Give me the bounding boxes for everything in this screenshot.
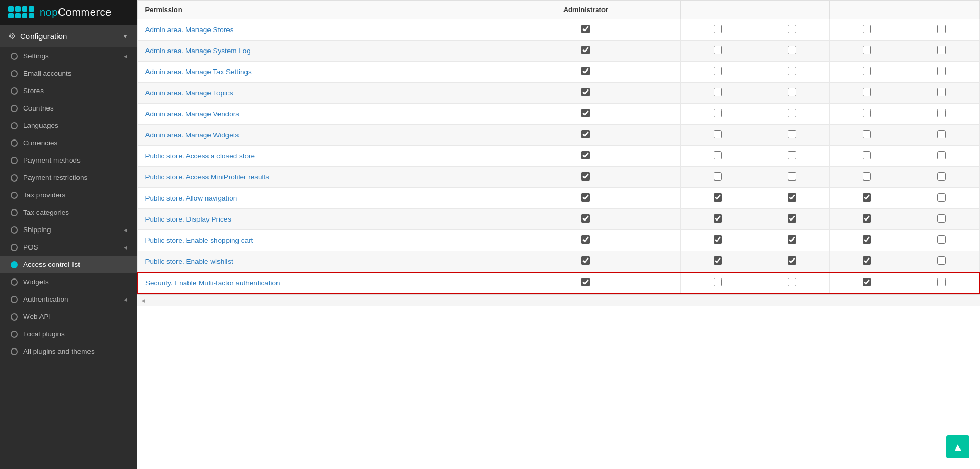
sidebar-item-tax-categories[interactable]: Tax categories xyxy=(0,204,137,221)
permission-cell-2[interactable] xyxy=(755,209,830,230)
permission-checkbox[interactable] xyxy=(863,130,871,138)
sidebar-item-payment-methods[interactable]: Payment methods xyxy=(0,152,137,169)
permission-checkbox[interactable] xyxy=(937,214,946,223)
permission-cell-4[interactable] xyxy=(904,83,979,104)
permission-cell-3[interactable] xyxy=(829,41,904,62)
permission-checkbox[interactable] xyxy=(863,25,871,33)
permission-cell-3[interactable] xyxy=(829,251,904,273)
sidebar-item-currencies[interactable]: Currencies xyxy=(0,134,137,152)
permission-checkbox[interactable] xyxy=(863,256,871,265)
sidebar-item-payment-restrictions[interactable]: Payment restrictions xyxy=(0,169,137,186)
permission-cell-0[interactable] xyxy=(491,230,680,251)
permission-cell-2[interactable] xyxy=(755,125,830,146)
permission-checkbox[interactable] xyxy=(863,193,871,202)
permission-checkbox[interactable] xyxy=(581,235,590,244)
permission-cell-4[interactable] xyxy=(904,146,979,167)
permission-cell-4[interactable] xyxy=(904,230,979,251)
sidebar-item-all-plugins-and-themes[interactable]: All plugins and themes xyxy=(0,343,137,360)
permission-cell-3[interactable] xyxy=(829,62,904,83)
sidebar-item-email-accounts[interactable]: Email accounts xyxy=(0,65,137,82)
permission-checkbox[interactable] xyxy=(937,172,946,181)
permission-checkbox[interactable] xyxy=(581,151,590,159)
permission-checkbox[interactable] xyxy=(788,130,796,138)
permission-cell-1[interactable] xyxy=(680,146,755,167)
permission-cell-3[interactable] xyxy=(829,146,904,167)
permission-checkbox[interactable] xyxy=(581,109,590,117)
permission-checkbox[interactable] xyxy=(581,278,590,286)
permission-checkbox[interactable] xyxy=(714,46,722,54)
permission-cell-2[interactable] xyxy=(755,272,830,294)
permission-cell-4[interactable] xyxy=(904,19,979,41)
permission-checkbox[interactable] xyxy=(937,67,946,75)
permission-checkbox[interactable] xyxy=(788,193,796,202)
permission-cell-4[interactable] xyxy=(904,188,979,209)
permission-checkbox[interactable] xyxy=(714,172,722,181)
permission-cell-3[interactable] xyxy=(829,188,904,209)
permission-cell-3[interactable] xyxy=(829,104,904,125)
permission-cell-0[interactable] xyxy=(491,83,680,104)
permission-checkbox[interactable] xyxy=(863,88,871,96)
permission-cell-4[interactable] xyxy=(904,125,979,146)
permission-cell-4[interactable] xyxy=(904,272,979,294)
permission-cell-1[interactable] xyxy=(680,188,755,209)
permission-checkbox[interactable] xyxy=(788,278,796,286)
permission-cell-0[interactable] xyxy=(491,41,680,62)
permission-cell-1[interactable] xyxy=(680,83,755,104)
permission-cell-2[interactable] xyxy=(755,230,830,251)
permission-cell-1[interactable] xyxy=(680,230,755,251)
permission-checkbox[interactable] xyxy=(788,46,796,54)
permission-cell-2[interactable] xyxy=(755,167,830,188)
permission-cell-1[interactable] xyxy=(680,19,755,41)
permission-checkbox[interactable] xyxy=(714,88,722,96)
permission-cell-2[interactable] xyxy=(755,104,830,125)
sidebar-item-countries[interactable]: Countries xyxy=(0,99,137,117)
permission-checkbox[interactable] xyxy=(581,67,590,75)
permission-checkbox[interactable] xyxy=(788,88,796,96)
sidebar-item-authentication[interactable]: Authentication◄ xyxy=(0,291,137,308)
permission-checkbox[interactable] xyxy=(937,25,946,33)
permission-cell-0[interactable] xyxy=(491,272,680,294)
permission-checkbox[interactable] xyxy=(937,88,946,96)
permission-checkbox[interactable] xyxy=(581,25,590,33)
permission-checkbox[interactable] xyxy=(581,214,590,223)
permission-cell-1[interactable] xyxy=(680,251,755,273)
sidebar-item-web-api[interactable]: Web API xyxy=(0,308,137,325)
permission-checkbox[interactable] xyxy=(714,278,722,286)
permission-cell-0[interactable] xyxy=(491,62,680,83)
permission-checkbox[interactable] xyxy=(714,235,722,244)
permission-cell-1[interactable] xyxy=(680,167,755,188)
sidebar-item-access-control-list[interactable]: Access control list xyxy=(0,256,137,273)
permission-cell-1[interactable] xyxy=(680,41,755,62)
permission-checkbox[interactable] xyxy=(937,278,946,286)
permission-cell-0[interactable] xyxy=(491,251,680,273)
permission-checkbox[interactable] xyxy=(714,130,722,138)
permission-checkbox[interactable] xyxy=(714,193,722,202)
permission-cell-3[interactable] xyxy=(829,167,904,188)
permission-checkbox[interactable] xyxy=(937,109,946,117)
permission-cell-0[interactable] xyxy=(491,19,680,41)
permission-cell-0[interactable] xyxy=(491,146,680,167)
permission-checkbox[interactable] xyxy=(714,67,722,75)
sidebar-item-languages[interactable]: Languages xyxy=(0,117,137,134)
permission-cell-1[interactable] xyxy=(680,209,755,230)
permission-checkbox[interactable] xyxy=(788,214,796,223)
permission-cell-1[interactable] xyxy=(680,62,755,83)
permission-checkbox[interactable] xyxy=(863,109,871,117)
permission-cell-3[interactable] xyxy=(829,230,904,251)
permission-cell-4[interactable] xyxy=(904,251,979,273)
permission-cell-2[interactable] xyxy=(755,83,830,104)
permission-checkbox[interactable] xyxy=(863,214,871,223)
permission-checkbox[interactable] xyxy=(863,278,871,286)
permission-checkbox[interactable] xyxy=(937,256,946,265)
permission-cell-0[interactable] xyxy=(491,167,680,188)
permission-checkbox[interactable] xyxy=(863,67,871,75)
permission-checkbox[interactable] xyxy=(788,25,796,33)
back-to-top-button[interactable]: ▲ xyxy=(946,435,969,458)
permission-checkbox[interactable] xyxy=(714,151,722,159)
permission-checkbox[interactable] xyxy=(714,109,722,117)
permission-cell-2[interactable] xyxy=(755,188,830,209)
permission-checkbox[interactable] xyxy=(581,172,590,181)
permission-cell-4[interactable] xyxy=(904,167,979,188)
permission-checkbox[interactable] xyxy=(788,172,796,181)
permission-cell-2[interactable] xyxy=(755,41,830,62)
